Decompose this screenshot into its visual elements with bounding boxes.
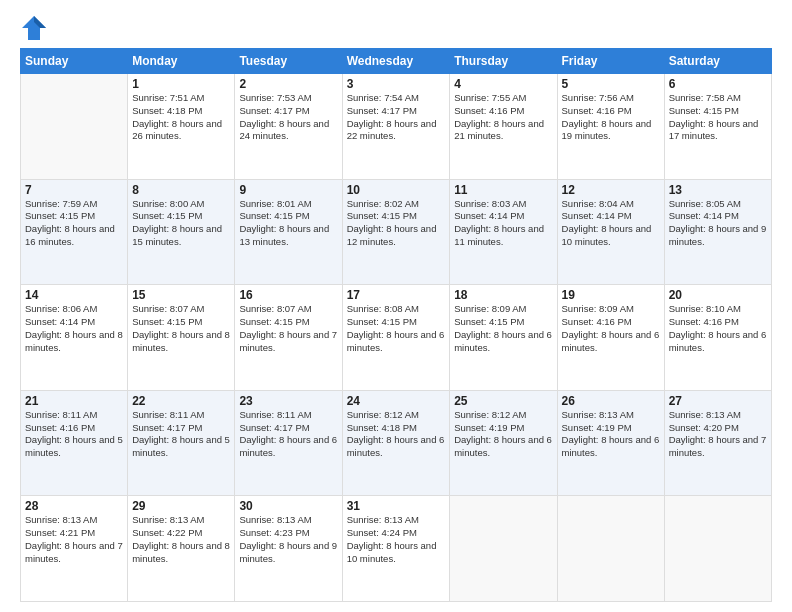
calendar-page: SundayMondayTuesdayWednesdayThursdayFrid… [0, 0, 792, 612]
calendar-week-5: 28Sunrise: 8:13 AMSunset: 4:21 PMDayligh… [21, 496, 772, 602]
weekday-thursday: Thursday [450, 49, 557, 74]
day-info: Sunrise: 8:09 AMSunset: 4:15 PMDaylight:… [454, 303, 552, 354]
calendar-cell: 25Sunrise: 8:12 AMSunset: 4:19 PMDayligh… [450, 390, 557, 496]
day-info: Sunrise: 8:13 AMSunset: 4:23 PMDaylight:… [239, 514, 337, 565]
day-number: 24 [347, 394, 446, 408]
calendar-body: 1Sunrise: 7:51 AMSunset: 4:18 PMDaylight… [21, 74, 772, 602]
day-number: 3 [347, 77, 446, 91]
day-number: 27 [669, 394, 767, 408]
calendar-cell: 17Sunrise: 8:08 AMSunset: 4:15 PMDayligh… [342, 285, 450, 391]
weekday-saturday: Saturday [664, 49, 771, 74]
calendar-cell: 11Sunrise: 8:03 AMSunset: 4:14 PMDayligh… [450, 179, 557, 285]
day-number: 21 [25, 394, 123, 408]
calendar-cell: 4Sunrise: 7:55 AMSunset: 4:16 PMDaylight… [450, 74, 557, 180]
weekday-header-row: SundayMondayTuesdayWednesdayThursdayFrid… [21, 49, 772, 74]
weekday-tuesday: Tuesday [235, 49, 342, 74]
calendar-cell: 23Sunrise: 8:11 AMSunset: 4:17 PMDayligh… [235, 390, 342, 496]
calendar-cell: 7Sunrise: 7:59 AMSunset: 4:15 PMDaylight… [21, 179, 128, 285]
day-info: Sunrise: 8:00 AMSunset: 4:15 PMDaylight:… [132, 198, 230, 249]
day-info: Sunrise: 8:12 AMSunset: 4:19 PMDaylight:… [454, 409, 552, 460]
calendar-cell [21, 74, 128, 180]
day-number: 2 [239, 77, 337, 91]
header [20, 18, 772, 42]
logo-icon [20, 14, 48, 42]
day-info: Sunrise: 8:13 AMSunset: 4:20 PMDaylight:… [669, 409, 767, 460]
calendar-cell: 13Sunrise: 8:05 AMSunset: 4:14 PMDayligh… [664, 179, 771, 285]
day-info: Sunrise: 7:59 AMSunset: 4:15 PMDaylight:… [25, 198, 123, 249]
day-number: 13 [669, 183, 767, 197]
calendar-cell [557, 496, 664, 602]
calendar-week-4: 21Sunrise: 8:11 AMSunset: 4:16 PMDayligh… [21, 390, 772, 496]
day-number: 4 [454, 77, 552, 91]
calendar-cell: 10Sunrise: 8:02 AMSunset: 4:15 PMDayligh… [342, 179, 450, 285]
calendar-cell: 16Sunrise: 8:07 AMSunset: 4:15 PMDayligh… [235, 285, 342, 391]
day-info: Sunrise: 8:13 AMSunset: 4:24 PMDaylight:… [347, 514, 446, 565]
day-number: 12 [562, 183, 660, 197]
day-info: Sunrise: 8:01 AMSunset: 4:15 PMDaylight:… [239, 198, 337, 249]
day-info: Sunrise: 8:13 AMSunset: 4:19 PMDaylight:… [562, 409, 660, 460]
day-info: Sunrise: 7:55 AMSunset: 4:16 PMDaylight:… [454, 92, 552, 143]
weekday-friday: Friday [557, 49, 664, 74]
calendar-cell: 22Sunrise: 8:11 AMSunset: 4:17 PMDayligh… [128, 390, 235, 496]
calendar-cell: 5Sunrise: 7:56 AMSunset: 4:16 PMDaylight… [557, 74, 664, 180]
day-info: Sunrise: 8:10 AMSunset: 4:16 PMDaylight:… [669, 303, 767, 354]
day-number: 1 [132, 77, 230, 91]
calendar-cell: 18Sunrise: 8:09 AMSunset: 4:15 PMDayligh… [450, 285, 557, 391]
calendar-week-1: 1Sunrise: 7:51 AMSunset: 4:18 PMDaylight… [21, 74, 772, 180]
weekday-sunday: Sunday [21, 49, 128, 74]
day-number: 14 [25, 288, 123, 302]
calendar-cell: 6Sunrise: 7:58 AMSunset: 4:15 PMDaylight… [664, 74, 771, 180]
day-number: 10 [347, 183, 446, 197]
calendar-cell: 2Sunrise: 7:53 AMSunset: 4:17 PMDaylight… [235, 74, 342, 180]
day-info: Sunrise: 8:13 AMSunset: 4:22 PMDaylight:… [132, 514, 230, 565]
day-info: Sunrise: 8:02 AMSunset: 4:15 PMDaylight:… [347, 198, 446, 249]
day-number: 5 [562, 77, 660, 91]
day-number: 29 [132, 499, 230, 513]
day-info: Sunrise: 7:54 AMSunset: 4:17 PMDaylight:… [347, 92, 446, 143]
day-number: 17 [347, 288, 446, 302]
day-info: Sunrise: 8:11 AMSunset: 4:16 PMDaylight:… [25, 409, 123, 460]
calendar-cell: 15Sunrise: 8:07 AMSunset: 4:15 PMDayligh… [128, 285, 235, 391]
day-number: 18 [454, 288, 552, 302]
day-info: Sunrise: 8:11 AMSunset: 4:17 PMDaylight:… [239, 409, 337, 460]
day-number: 9 [239, 183, 337, 197]
day-info: Sunrise: 8:05 AMSunset: 4:14 PMDaylight:… [669, 198, 767, 249]
day-number: 23 [239, 394, 337, 408]
day-info: Sunrise: 8:11 AMSunset: 4:17 PMDaylight:… [132, 409, 230, 460]
day-info: Sunrise: 7:58 AMSunset: 4:15 PMDaylight:… [669, 92, 767, 143]
day-number: 20 [669, 288, 767, 302]
day-info: Sunrise: 8:07 AMSunset: 4:15 PMDaylight:… [239, 303, 337, 354]
day-number: 11 [454, 183, 552, 197]
day-number: 22 [132, 394, 230, 408]
weekday-wednesday: Wednesday [342, 49, 450, 74]
day-number: 25 [454, 394, 552, 408]
calendar-cell: 1Sunrise: 7:51 AMSunset: 4:18 PMDaylight… [128, 74, 235, 180]
calendar-cell: 26Sunrise: 8:13 AMSunset: 4:19 PMDayligh… [557, 390, 664, 496]
calendar-cell: 9Sunrise: 8:01 AMSunset: 4:15 PMDaylight… [235, 179, 342, 285]
calendar-cell: 3Sunrise: 7:54 AMSunset: 4:17 PMDaylight… [342, 74, 450, 180]
day-info: Sunrise: 8:03 AMSunset: 4:14 PMDaylight:… [454, 198, 552, 249]
day-number: 28 [25, 499, 123, 513]
calendar-cell [450, 496, 557, 602]
day-info: Sunrise: 7:51 AMSunset: 4:18 PMDaylight:… [132, 92, 230, 143]
day-number: 15 [132, 288, 230, 302]
calendar-cell: 8Sunrise: 8:00 AMSunset: 4:15 PMDaylight… [128, 179, 235, 285]
day-info: Sunrise: 7:53 AMSunset: 4:17 PMDaylight:… [239, 92, 337, 143]
calendar-week-3: 14Sunrise: 8:06 AMSunset: 4:14 PMDayligh… [21, 285, 772, 391]
calendar-cell: 12Sunrise: 8:04 AMSunset: 4:14 PMDayligh… [557, 179, 664, 285]
calendar-cell: 29Sunrise: 8:13 AMSunset: 4:22 PMDayligh… [128, 496, 235, 602]
calendar-cell: 24Sunrise: 8:12 AMSunset: 4:18 PMDayligh… [342, 390, 450, 496]
day-info: Sunrise: 8:12 AMSunset: 4:18 PMDaylight:… [347, 409, 446, 460]
day-number: 16 [239, 288, 337, 302]
day-info: Sunrise: 8:07 AMSunset: 4:15 PMDaylight:… [132, 303, 230, 354]
day-info: Sunrise: 8:08 AMSunset: 4:15 PMDaylight:… [347, 303, 446, 354]
calendar-cell: 30Sunrise: 8:13 AMSunset: 4:23 PMDayligh… [235, 496, 342, 602]
calendar-week-2: 7Sunrise: 7:59 AMSunset: 4:15 PMDaylight… [21, 179, 772, 285]
calendar-cell: 20Sunrise: 8:10 AMSunset: 4:16 PMDayligh… [664, 285, 771, 391]
day-number: 30 [239, 499, 337, 513]
calendar-cell [664, 496, 771, 602]
calendar-cell: 28Sunrise: 8:13 AMSunset: 4:21 PMDayligh… [21, 496, 128, 602]
calendar-table: SundayMondayTuesdayWednesdayThursdayFrid… [20, 48, 772, 602]
day-info: Sunrise: 8:09 AMSunset: 4:16 PMDaylight:… [562, 303, 660, 354]
day-number: 26 [562, 394, 660, 408]
